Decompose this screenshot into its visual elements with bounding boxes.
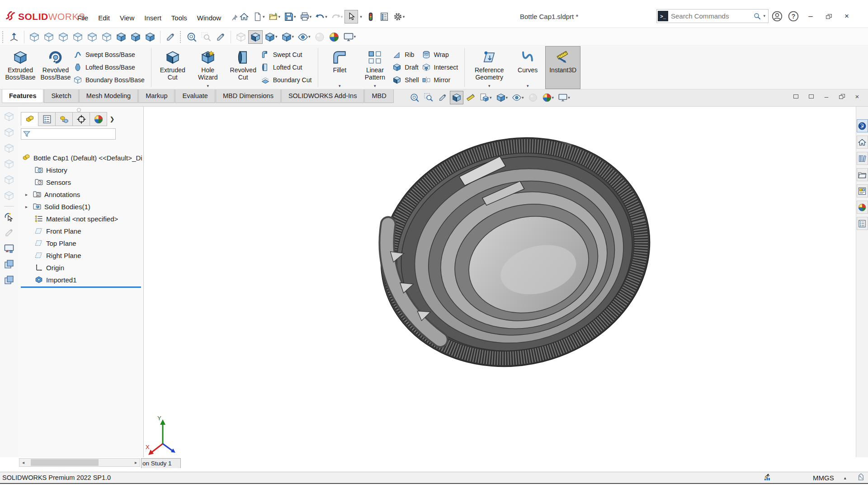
scrollbar-thumb[interactable]: [31, 459, 99, 466]
doc-close-button[interactable]: ×: [853, 92, 862, 101]
paste-layers-icon[interactable]: [4, 275, 14, 286]
apply-scene-button[interactable]: [327, 30, 341, 44]
curves-dropdown[interactable]: ▾: [527, 84, 529, 88]
headsup-previous-view-button[interactable]: [436, 91, 449, 104]
ghost-cube-icon[interactable]: [4, 127, 14, 138]
search-icon[interactable]: [753, 12, 761, 20]
panel-resize-handle[interactable]: [77, 108, 81, 112]
view-front-button[interactable]: [27, 30, 42, 44]
markup-pen-button[interactable]: [213, 30, 228, 44]
toolbar-grip[interactable]: [180, 31, 182, 43]
tree-root-bottle-cap[interactable]: Bottle Cap1 (Default) <<Default>_Disp: [18, 152, 142, 164]
hide-show-items-button[interactable]: ▾: [296, 30, 312, 44]
tree-item-origin[interactable]: Origin: [18, 262, 142, 273]
select-dropdown[interactable]: ▾: [358, 10, 364, 23]
instant3d-button[interactable]: Instant3D: [545, 46, 580, 89]
edit-appearance-button[interactable]: [312, 30, 327, 44]
revolved-boss-base-button[interactable]: Revolved Boss/Base: [38, 46, 73, 89]
tab-featuremanager-design-tree[interactable]: [21, 112, 38, 126]
view-left-button[interactable]: [56, 30, 71, 44]
headsup-edit-appearance-button[interactable]: [526, 91, 540, 104]
lofted-boss-base-button[interactable]: Lofted Boss/Base: [73, 61, 147, 73]
undo-button[interactable]: ▾: [313, 10, 329, 23]
previous-view-button[interactable]: [234, 30, 248, 44]
view-settings-button[interactable]: ▾: [341, 30, 358, 44]
eraser-button[interactable]: [163, 30, 178, 44]
boundary-boss-base-button[interactable]: Boundary Boss/Base: [73, 74, 147, 85]
fillet-dropdown[interactable]: ▾: [339, 84, 341, 88]
tab-displaymanager[interactable]: [90, 112, 107, 126]
expand-arrow-icon[interactable]: ▸: [25, 204, 30, 209]
zoom-to-fit-button[interactable]: [184, 30, 199, 44]
headsup-zoom-to-fit-button[interactable]: [408, 91, 421, 104]
monitor-tool-icon[interactable]: [4, 243, 14, 254]
design-library-tab[interactable]: [857, 152, 868, 165]
ghost-cube-icon[interactable]: [4, 190, 14, 201]
tree-filter-box[interactable]: [21, 128, 116, 140]
select-button[interactable]: [344, 10, 358, 23]
fillet-button[interactable]: Fillet ▾: [322, 46, 357, 89]
wrap-button[interactable]: Wrap: [422, 49, 461, 60]
tree-item-top-plane[interactable]: Top Plane: [18, 237, 142, 249]
swept-cut-button[interactable]: Swept Cut: [261, 49, 315, 60]
headsup-sketch-measure-button[interactable]: [464, 91, 477, 104]
view-right-button[interactable]: [71, 30, 85, 44]
performance-evaluation-button[interactable]: [763, 474, 771, 482]
new-document-button[interactable]: ▾: [251, 10, 267, 23]
tree-item-history[interactable]: History: [18, 164, 142, 176]
tree-item-solid-bodies[interactable]: ▸ Solid Bodies(1): [18, 201, 142, 212]
search-commands-box[interactable]: >_ ▾: [656, 9, 769, 23]
lofted-cut-button[interactable]: Lofted Cut: [261, 61, 315, 73]
search-commands-input[interactable]: [671, 12, 753, 20]
tab-markup[interactable]: Markup: [138, 89, 175, 103]
hole-wizard-dropdown[interactable]: ▾: [207, 84, 209, 88]
headsup-section-view-button[interactable]: [450, 91, 463, 104]
home-button[interactable]: [237, 10, 251, 23]
linear-pattern-button[interactable]: Linear Pattern ▾: [357, 46, 392, 89]
reference-geometry-dropdown[interactable]: ▾: [488, 84, 491, 88]
hole-wizard-button[interactable]: Hole Wizard ▾: [190, 46, 226, 89]
headsup-display-style-button[interactable]: ▾: [478, 91, 494, 104]
unit-system-selector[interactable]: MMGS ▴: [813, 474, 846, 482]
scroll-right-arrow[interactable]: ▸: [132, 459, 140, 466]
tab-mesh-modeling[interactable]: Mesh Modeling: [79, 89, 138, 103]
user-account-icon[interactable]: [771, 10, 783, 22]
export-arrow-button[interactable]: [7, 30, 21, 44]
tree-filter-input[interactable]: [31, 131, 114, 137]
file-explorer-tab[interactable]: [857, 168, 868, 181]
revolved-cut-button[interactable]: Revolved Cut: [226, 46, 261, 89]
linear-pattern-dropdown[interactable]: ▾: [374, 84, 376, 88]
shell-button[interactable]: Shell: [392, 74, 421, 85]
3dexperience-tab[interactable]: [857, 119, 868, 132]
view-dimetric-button[interactable]: [143, 30, 157, 44]
save-button[interactable]: ▾: [282, 10, 298, 23]
view-top-button[interactable]: [85, 30, 99, 44]
tree-item-front-plane[interactable]: Front Plane: [18, 225, 142, 237]
custom-properties-tab[interactable]: [857, 217, 868, 230]
menu-file[interactable]: File: [72, 12, 93, 24]
doc-window-cascade-icon[interactable]: [807, 92, 816, 101]
rib-button[interactable]: Rib: [392, 49, 421, 60]
panel-horizontal-scrollbar[interactable]: ◂ ▸: [19, 458, 140, 467]
tab-solidworks-add-ins[interactable]: SOLIDWORKS Add-Ins: [281, 89, 364, 103]
headsup-hide-show-items-button[interactable]: ▾: [510, 91, 526, 104]
section-view-button[interactable]: [248, 30, 263, 44]
boundary-cut-button[interactable]: Boundary Cut: [261, 74, 315, 85]
ghost-cube-icon[interactable]: [4, 143, 14, 154]
tree-item-right-plane[interactable]: Right Plane: [18, 249, 142, 261]
tree-item-annotations[interactable]: ▸ A Annotations: [18, 188, 142, 200]
swept-boss-base-button[interactable]: Swept Boss/Base: [73, 49, 147, 60]
ghost-cube-icon[interactable]: [4, 174, 14, 185]
window-minimize-button[interactable]: –: [804, 10, 817, 23]
doc-restore-button[interactable]: [837, 92, 846, 101]
menu-insert[interactable]: Insert: [139, 12, 166, 24]
view-trimetric-button[interactable]: [128, 30, 143, 44]
search-dropdown-icon[interactable]: ▾: [763, 14, 765, 18]
tab-configurationmanager[interactable]: [55, 112, 73, 126]
menu-tools[interactable]: Tools: [166, 12, 192, 24]
tab-propertymanager[interactable]: [38, 112, 56, 126]
panel-tabs-overflow-chevron[interactable]: ❯: [107, 112, 118, 126]
zoom-to-area-button[interactable]: [199, 30, 213, 44]
edit-sketch-icon[interactable]: [4, 227, 14, 238]
view-isometric-button[interactable]: [114, 30, 128, 44]
